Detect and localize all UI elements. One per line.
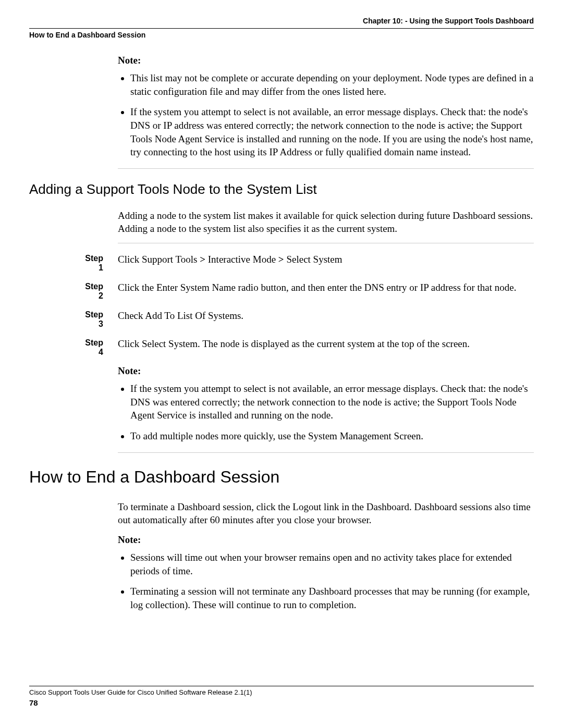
breadcrumb-arrow-icon: >: [200, 254, 205, 265]
section-heading-adding-node: Adding a Support Tools Node to the Syste…: [29, 181, 534, 198]
section-divider: [118, 168, 534, 169]
section-divider: [118, 243, 534, 243]
note-label: Note:: [118, 365, 534, 377]
note-bullet: If the system you attempt to select is n…: [130, 382, 534, 422]
section-heading-end-session: How to End a Dashboard Session: [29, 467, 534, 487]
header-subhead: How to End a Dashboard Session: [29, 31, 534, 39]
step-body: Click Select System. The node is display…: [118, 337, 534, 357]
note-bullet: If the system you attempt to select is n…: [130, 105, 534, 159]
footer-page-number: 78: [29, 698, 534, 707]
note-label: Note:: [118, 55, 534, 66]
section-intro: To terminate a Dashboard session, click …: [118, 500, 534, 527]
page-footer: Cisco Support Tools User Guide for Cisco…: [29, 686, 534, 707]
note-bullet-list: If the system you attempt to select is n…: [118, 382, 534, 443]
footer-rule: [29, 686, 534, 686]
step-row: Step 3 Check Add To List Of Systems.: [29, 309, 534, 329]
note-bullet-list: Sessions will time out when your browser…: [118, 551, 534, 612]
step-label: Step 3: [29, 309, 118, 329]
note-bullet: This list may not be complete or accurat…: [130, 71, 534, 98]
section-divider: [118, 452, 534, 453]
note-bullet-list: This list may not be complete or accurat…: [118, 71, 534, 159]
header-rule: [29, 28, 534, 29]
chapter-header: Chapter 10: - Using the Support Tools Da…: [29, 17, 534, 25]
step-body: Click Support Tools > Interactive Mode >…: [118, 253, 534, 273]
step-row: Step 2 Click the Enter System Name radio…: [29, 281, 534, 301]
note-label: Note:: [118, 534, 534, 546]
footer-doc-title: Cisco Support Tools User Guide for Cisco…: [29, 688, 534, 696]
note-bullet: Terminating a session will not terminate…: [130, 585, 534, 611]
note-bullet: To add multiple nodes more quickly, use …: [130, 429, 534, 443]
step-label: Step 1: [29, 253, 118, 273]
step-label: Step 4: [29, 337, 118, 357]
breadcrumb-arrow-icon: >: [278, 254, 284, 265]
note-bullet: Sessions will time out when your browser…: [130, 551, 534, 577]
step-body: Check Add To List Of Systems.: [118, 309, 534, 329]
step-body: Click the Enter System Name radio button…: [118, 281, 534, 301]
section-intro: Adding a node to the system list makes i…: [118, 209, 534, 236]
step-row: Step 4 Click Select System. The node is …: [29, 337, 534, 357]
step-row: Step 1 Click Support Tools > Interactive…: [29, 253, 534, 273]
step-label: Step 2: [29, 281, 118, 301]
